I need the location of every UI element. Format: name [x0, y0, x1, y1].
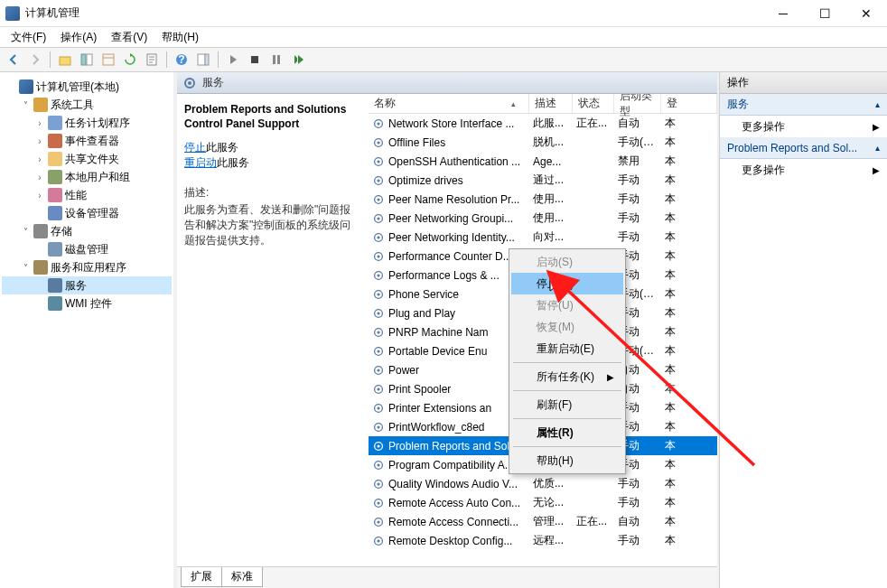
service-row[interactable]: Optimize drives通过...手动本 [369, 171, 717, 190]
up-button[interactable] [55, 50, 75, 70]
play-button[interactable] [223, 50, 243, 70]
col-logon[interactable]: 登 [661, 94, 717, 113]
tree-local-users[interactable]: ›本地用户和组 [2, 168, 172, 186]
ctx-refresh[interactable]: 刷新(F) [511, 394, 623, 415]
cell-desc: 此服... [529, 116, 573, 131]
minimize-button[interactable]: ─ [762, 0, 804, 27]
service-row[interactable]: OpenSSH Authentication ...Age...禁用本 [369, 152, 717, 171]
tree-task-scheduler[interactable]: ›任务计划程序 [2, 114, 172, 132]
service-row[interactable]: Network Store Interface ...此服...正在...自动本 [369, 114, 717, 133]
cell-name: Peer Networking Identity... [369, 231, 529, 244]
col-status[interactable]: 状态 [573, 94, 614, 113]
service-row[interactable]: Remote Access Connecti...管理...正在...自动本 [369, 512, 717, 531]
cell-logon: 本 [661, 135, 717, 150]
cell-status: 正在... [573, 514, 614, 529]
stop-button[interactable] [245, 50, 265, 70]
svg-rect-8 [205, 54, 209, 65]
tab-standard[interactable]: 标准 [221, 567, 263, 587]
cell-name: Performance Logs & ... [369, 269, 529, 282]
forward-button[interactable] [25, 50, 45, 70]
separator [513, 362, 621, 363]
svg-point-35 [377, 312, 379, 314]
menu-help[interactable]: 帮助(H) [154, 28, 206, 47]
separator [513, 418, 621, 419]
ctx-stop[interactable]: 停止(O) [511, 273, 623, 294]
svg-rect-0 [60, 57, 70, 65]
menu-file[interactable]: 文件(F) [4, 28, 53, 47]
svg-point-41 [377, 369, 379, 371]
menu-action[interactable]: 操作(A) [53, 28, 104, 47]
chevron-right-icon: ▶ [607, 372, 614, 382]
show-hide-tree-button[interactable] [77, 50, 97, 70]
service-row[interactable]: Remote Access Auto Con...无论...手动本 [369, 493, 717, 512]
actions-subhead-services[interactable]: 服务▴ [720, 94, 887, 116]
tree-performance[interactable]: ›性能 [2, 186, 172, 204]
help-button[interactable]: ? [172, 50, 191, 70]
service-row[interactable]: Peer Name Resolution Pr...使用...手动本 [369, 190, 717, 209]
tree-system-tools[interactable]: ˅系统工具 [2, 96, 172, 114]
pause-button[interactable] [266, 50, 286, 70]
cell-logon: 本 [661, 438, 717, 453]
tree-storage[interactable]: ˅存储 [2, 222, 172, 240]
svg-point-27 [377, 236, 379, 238]
ctx-start: 启动(S) [511, 251, 623, 273]
tree-shared-folders[interactable]: ›共享文件夹 [2, 150, 172, 168]
cell-name: Portable Device Enu [369, 345, 529, 358]
tree-event-viewer[interactable]: ›事件查看器 [2, 132, 172, 150]
tree-services[interactable]: 服务 [2, 276, 172, 294]
tree-wmi-control[interactable]: WMI 控件 [2, 294, 172, 313]
tree-device-manager[interactable]: 设备管理器 [2, 204, 172, 222]
column-headers: 名称▴ 描述 状态 启动类型 登 [369, 94, 717, 114]
col-startup[interactable]: 启动类型 [614, 94, 661, 113]
cell-desc: 无论... [529, 495, 573, 510]
back-button[interactable] [4, 50, 23, 70]
service-row[interactable]: Peer Networking Groupi...使用...手动本 [369, 209, 717, 228]
show-action-pane-button[interactable] [193, 50, 213, 70]
ctx-properties[interactable]: 属性(R) [511, 422, 623, 443]
svg-rect-9 [251, 56, 258, 63]
cell-desc: 优质... [529, 476, 573, 491]
cell-desc: 管理... [529, 514, 573, 529]
actions-more-2[interactable]: 更多操作▶ [720, 159, 887, 181]
menu-view[interactable]: 查看(V) [104, 28, 154, 47]
refresh-button[interactable] [120, 50, 140, 70]
description-label: 描述: [184, 185, 359, 201]
svg-rect-1 [81, 54, 86, 65]
tab-extended[interactable]: 扩展 [181, 567, 222, 587]
cell-logon: 本 [661, 229, 717, 245]
service-row[interactable]: Remote Desktop Config...远程...手动本 [369, 531, 717, 550]
tree-root[interactable]: 计算机管理(本地) [2, 78, 172, 96]
service-row[interactable]: Peer Networking Identity...向对...手动本 [369, 228, 717, 247]
export-button[interactable] [98, 50, 118, 70]
actions-more-1[interactable]: 更多操作▶ [720, 116, 887, 137]
maximize-button[interactable]: ☐ [804, 0, 845, 27]
app-icon [5, 6, 20, 21]
tree-label: 服务和应用程序 [51, 260, 126, 275]
actions-pane: 操作 服务▴ 更多操作▶ Problem Reports and Sol...▴… [719, 72, 887, 588]
ctx-all-tasks[interactable]: 所有任务(K)▶ [511, 366, 623, 387]
service-row[interactable]: Offline Files脱机...手动(触发...本 [369, 133, 717, 152]
service-info-panel: Problem Reports and Solutions Control Pa… [177, 94, 369, 561]
cell-logon: 本 [661, 267, 717, 283]
ctx-restart[interactable]: 重新启动(E) [511, 338, 623, 359]
col-name[interactable]: 名称▴ [369, 94, 529, 113]
col-desc[interactable]: 描述 [529, 94, 573, 113]
services-header: 服务 [177, 72, 717, 94]
restart-link[interactable]: 重启动 [184, 156, 217, 169]
restart-button[interactable] [288, 50, 308, 70]
tree-label: 共享文件夹 [65, 152, 119, 167]
services-header-label: 服务 [202, 75, 224, 90]
cell-desc: 通过... [529, 173, 573, 188]
svg-point-37 [377, 331, 379, 333]
service-row[interactable]: Quality Windows Audio V...优质...手动本 [369, 474, 717, 493]
stop-link[interactable]: 停止 [184, 141, 206, 154]
ctx-help[interactable]: 帮助(H) [511, 450, 623, 471]
close-button[interactable]: ✕ [845, 0, 887, 27]
tree-services-apps[interactable]: ˅服务和应用程序 [2, 258, 172, 276]
cell-logon: 本 [661, 476, 717, 491]
window-title: 计算机管理 [25, 5, 762, 21]
actions-subhead-selected[interactable]: Problem Reports and Sol...▴ [720, 137, 887, 159]
tree-disk-management[interactable]: 磁盘管理 [2, 240, 172, 258]
tree-root-label: 计算机管理(本地) [36, 79, 119, 95]
properties-button[interactable] [142, 50, 162, 70]
